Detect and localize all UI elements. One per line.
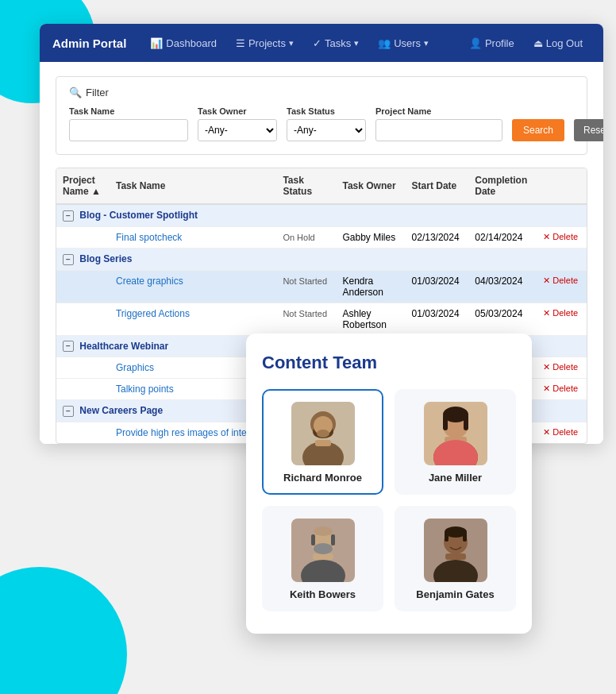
avatar-richard <box>291 402 355 465</box>
task-link[interactable]: Triggered Actions <box>116 308 190 319</box>
team-card-benjamin[interactable]: Benjamin Gates <box>395 506 516 611</box>
delete-button[interactable]: ✕ Delete <box>543 427 580 438</box>
col-project-name: ProjectName ▲ <box>56 168 110 204</box>
task-owner-group: Task Owner -Any- <box>198 106 277 141</box>
delete-button[interactable]: ✕ Delete <box>543 362 580 372</box>
row-completion: 04/03/2024 <box>468 270 537 303</box>
table-header-row: ProjectName ▲ Task Name TaskStatus Task … <box>56 168 587 204</box>
svg-rect-26 <box>445 553 466 560</box>
reset-button[interactable]: Reset <box>574 119 603 141</box>
group-row: − Blog Series <box>56 248 587 270</box>
row-project <box>56 422 110 444</box>
delete-button[interactable]: ✕ Delete <box>543 384 580 394</box>
task-name-input[interactable] <box>69 119 188 141</box>
task-status-select[interactable]: -Any- <box>287 119 366 141</box>
users-dropdown-icon: ▾ <box>424 38 429 48</box>
row-task: Create graphics <box>110 270 276 303</box>
search-button[interactable]: Search <box>512 119 564 141</box>
row-task: Final spotcheck <box>110 226 276 248</box>
row-status: On Hold <box>276 226 336 248</box>
row-start: 01/03/2024 <box>406 270 469 303</box>
task-owner-label: Task Owner <box>198 106 277 116</box>
projects-icon: ☰ <box>236 37 245 49</box>
table-row: Create graphics Not Started KendraAnders… <box>56 270 587 303</box>
team-card-jane[interactable]: Jane Miller <box>395 389 516 495</box>
dashboard-icon: 📊 <box>150 37 163 49</box>
team-grid: Richard Monroe Jane Miller <box>262 389 516 611</box>
svg-point-19 <box>314 543 333 554</box>
row-status: Not Started <box>276 270 336 303</box>
nav-tasks[interactable]: ✓ Tasks ▾ <box>305 33 367 54</box>
task-owner-select[interactable]: -Any- <box>198 119 277 141</box>
nav-projects[interactable]: ☰ Projects ▾ <box>228 33 302 54</box>
member-name-benjamin: Benjamin Gates <box>416 588 494 600</box>
nav-logout[interactable]: ⏏ Log Out <box>526 33 591 54</box>
delete-button[interactable]: ✕ Delete <box>543 308 580 318</box>
tasks-icon: ✓ <box>313 37 321 49</box>
navbar: Admin Portal 📊 Dashboard ☰ Projects ▾ ✓ … <box>40 24 603 62</box>
row-actions: ✕ Delete <box>537 422 587 444</box>
task-link[interactable]: Graphics <box>116 362 154 373</box>
row-completion: 02/14/2024 <box>468 226 537 248</box>
svg-rect-3 <box>315 440 331 446</box>
col-completion-date: CompletionDate <box>468 168 537 204</box>
member-name-keith: Keith Bowers <box>290 588 356 600</box>
nav-profile[interactable]: 👤 Profile <box>461 33 522 54</box>
delete-button[interactable]: ✕ Delete <box>543 232 580 242</box>
svg-point-6 <box>317 430 329 438</box>
task-link[interactable]: Talking points <box>116 384 174 395</box>
nav-users[interactable]: 👥 Users ▾ <box>370 33 437 54</box>
project-name-group: Project Name <box>375 106 502 141</box>
row-project <box>56 357 110 379</box>
col-start-date: Start Date <box>406 168 469 204</box>
team-card-keith[interactable]: Keith Bowers <box>262 506 383 611</box>
svg-rect-28 <box>445 532 449 542</box>
row-actions: ✕ Delete <box>537 226 587 248</box>
group-collapse-icon[interactable]: − <box>63 341 74 352</box>
nav-dashboard[interactable]: 📊 Dashboard <box>142 33 225 54</box>
col-task-owner: Task Owner <box>336 168 405 204</box>
task-name-group: Task Name <box>69 106 188 141</box>
col-task-status: TaskStatus <box>276 168 336 204</box>
task-link[interactable]: Provide high res images of internal <box>116 427 263 438</box>
project-name-label: Project Name <box>375 106 502 116</box>
svg-rect-12 <box>443 414 448 430</box>
app-brand: Admin Portal <box>52 37 126 50</box>
bg-decoration-bottom <box>0 567 127 694</box>
delete-button[interactable]: ✕ Delete <box>543 276 580 286</box>
col-actions <box>537 168 587 204</box>
project-name-input[interactable] <box>375 119 502 141</box>
team-card-richard[interactable]: Richard Monroe <box>262 389 383 495</box>
avatar-benjamin-svg <box>424 519 487 582</box>
filter-row: Task Name Task Owner -Any- Task Status -… <box>69 106 574 141</box>
group-collapse-icon[interactable]: − <box>63 406 74 417</box>
users-icon: 👥 <box>378 37 391 49</box>
group-collapse-icon[interactable]: − <box>63 254 74 265</box>
svg-point-22 <box>314 526 333 536</box>
svg-rect-20 <box>311 534 315 546</box>
row-start: 02/13/2024 <box>406 226 469 248</box>
row-project <box>56 270 110 303</box>
row-owner: Gabby Miles <box>336 226 405 248</box>
task-link[interactable]: Create graphics <box>116 276 183 287</box>
group-collapse-icon[interactable]: − <box>63 210 74 222</box>
task-link[interactable]: Final spotcheck <box>116 232 182 243</box>
row-project <box>56 379 110 400</box>
table-row: Triggered Actions Not Started AshleyRobe… <box>56 303 587 335</box>
row-completion: 05/03/2024 <box>468 303 537 335</box>
row-actions: ✕ Delete <box>537 303 587 335</box>
svg-rect-18 <box>313 553 333 560</box>
group-label: − Blog - Customer Spotlight <box>56 204 587 226</box>
avatar-keith-svg <box>291 519 355 582</box>
row-actions: ✕ Delete <box>537 379 587 400</box>
task-name-label: Task Name <box>69 106 188 116</box>
row-actions: ✕ Delete <box>537 357 587 379</box>
profile-icon: 👤 <box>469 37 482 49</box>
filter-icon: 🔍 <box>69 87 82 98</box>
svg-rect-21 <box>331 534 335 546</box>
avatar-keith <box>291 519 355 582</box>
table-row: Final spotcheck On Hold Gabby Miles 02/1… <box>56 226 587 248</box>
member-name-jane: Jane Miller <box>429 472 482 484</box>
row-task: Triggered Actions <box>110 303 276 335</box>
filter-title: 🔍 Filter <box>69 87 574 98</box>
